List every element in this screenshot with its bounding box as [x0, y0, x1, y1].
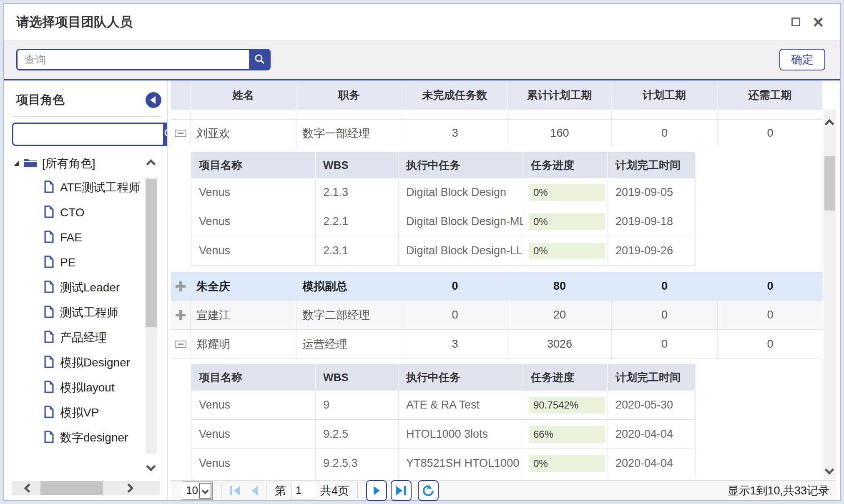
tree-item-role[interactable]: 模拟Designer — [12, 350, 161, 375]
sidebar-title: 项目角色 — [12, 92, 65, 108]
next-icon — [374, 486, 380, 495]
next-page-button[interactable] — [366, 480, 387, 501]
progress-bar: 0% — [529, 455, 605, 472]
page-label-suffix: 共4页 — [320, 483, 349, 498]
role-tree: [所有角色] ATE测试工程师 CTO FAE PE — [12, 152, 161, 450]
last-page-button[interactable] — [391, 480, 412, 501]
table-row-selected[interactable]: 朱全庆 模拟副总 0 80 0 0 — [171, 272, 823, 301]
file-icon — [44, 381, 54, 395]
dialog-titlebar: 请选择项目团队人员 × — [4, 4, 840, 40]
header-position: 职务 — [296, 80, 402, 110]
tree-vertical-scrollbar[interactable] — [146, 160, 157, 471]
task-row: Venus 2.2.1 Digital Block Design-ML 0% 2… — [191, 207, 695, 236]
scroll-up-icon[interactable] — [825, 119, 834, 129]
tree-item-role[interactable]: 模拟VP — [12, 400, 161, 425]
dropdown-arrow[interactable] — [199, 483, 211, 499]
file-icon — [44, 406, 54, 420]
maximize-icon[interactable] — [791, 18, 800, 26]
task-row: Venus 2.1.3 Digital Block Design 0% 2019… — [191, 178, 695, 207]
divider — [12, 116, 161, 117]
header-unfinished: 未完成任务数 — [402, 80, 508, 110]
tree-item-role[interactable]: 测试Leader — [12, 275, 161, 300]
expand-row-icon[interactable] — [176, 310, 186, 320]
folder-icon — [24, 158, 37, 169]
header-name: 姓名 — [191, 80, 296, 110]
record-count-status: 显示1到10,共33记录 — [727, 483, 829, 498]
first-page-button[interactable] — [230, 486, 240, 495]
progress-bar: 0% — [529, 243, 605, 259]
search-box — [16, 49, 271, 70]
table-row[interactable]: 郑耀明 运营经理 3 3026 0 0 — [171, 330, 823, 359]
file-icon — [44, 256, 54, 270]
file-icon — [44, 281, 54, 295]
table-row-partial — [171, 110, 823, 120]
search-input[interactable] — [16, 49, 249, 70]
last-icon — [396, 486, 402, 495]
file-icon — [44, 206, 54, 220]
confirm-button[interactable]: 确定 — [779, 49, 825, 70]
tree-item-role[interactable]: ATE测试工程师 — [12, 175, 161, 200]
tree-node-all-roles[interactable]: [所有角色] — [12, 152, 161, 175]
page-number-input[interactable] — [291, 482, 315, 499]
role-search-button[interactable] — [163, 123, 168, 146]
file-icon — [44, 356, 54, 370]
toolbar: 确定 — [4, 40, 840, 80]
search-icon — [254, 53, 266, 67]
file-icon — [44, 231, 54, 245]
subtable-header: 项目名称 WBS 执行中任务 任务进度 计划完工时间 — [191, 152, 695, 178]
file-icon — [44, 331, 54, 345]
search-icon — [163, 128, 168, 141]
task-subtable: 项目名称 WBS 执行中任务 任务进度 计划完工时间 Venus 2.1.3 D… — [191, 152, 695, 266]
refresh-button[interactable] — [418, 480, 439, 501]
scroll-down-icon[interactable] — [146, 462, 156, 471]
scroll-right-icon[interactable] — [124, 484, 134, 493]
expand-row-icon[interactable] — [176, 281, 186, 291]
page-size-value: 10 — [182, 484, 198, 497]
close-icon[interactable]: × — [813, 18, 824, 26]
dialog-title: 请选择项目团队人员 — [16, 13, 133, 31]
scroll-down-icon[interactable] — [825, 465, 834, 475]
scrollbar-thumb[interactable] — [40, 481, 103, 495]
tree-item-role[interactable]: 测试工程师 — [12, 300, 161, 325]
page-size-select[interactable]: 10 — [182, 481, 213, 500]
header-planned: 计划工期 — [612, 80, 718, 110]
table-row[interactable]: 宣建江 数字二部经理 0 20 0 0 — [171, 301, 823, 330]
member-grid-panel: 姓名 职务 未完成任务数 累计计划工期 计划工期 还需工期 刘亚欢 — [168, 80, 840, 500]
grid-header: 姓名 职务 未完成任务数 累计计划工期 计划工期 还需工期 — [171, 80, 823, 110]
role-search-input[interactable] — [12, 123, 163, 146]
collapse-row-icon[interactable] — [175, 341, 186, 348]
tree-item-role[interactable]: 产品经理 — [12, 325, 161, 350]
task-row: Venus 9.2.5.3 YT8521SH HTOL1000 3rd 0% 2… — [191, 449, 695, 478]
table-row[interactable]: 刘亚欢 数字一部经理 3 160 0 0 — [171, 120, 823, 147]
tree-item-role[interactable]: CTO — [12, 200, 161, 225]
grid-body: 刘亚欢 数字一部经理 3 160 0 0 项目名称 WBS 执行中任务 任务进度 — [171, 110, 823, 480]
progress-bar: 66% — [529, 426, 605, 443]
tree-item-role[interactable]: 模拟layout — [12, 375, 161, 400]
progress-bar: 0% — [529, 184, 605, 201]
task-subtable: 项目名称 WBS 执行中任务 任务进度 计划完工时间 Venus 9 ATE &… — [191, 364, 695, 478]
scrollbar-thumb[interactable] — [824, 156, 835, 211]
header-expand-column — [171, 80, 191, 110]
search-button[interactable] — [249, 49, 271, 70]
tree-expanded-icon[interactable] — [14, 161, 19, 166]
scrollbar-thumb[interactable] — [146, 179, 157, 327]
tree-horizontal-scrollbar[interactable] — [12, 481, 160, 495]
scroll-up-icon[interactable] — [146, 159, 156, 169]
refresh-icon — [421, 483, 436, 498]
grid-vertical-scrollbar[interactable] — [824, 110, 836, 479]
tree-item-role[interactable]: PE — [12, 250, 161, 275]
task-row: Venus 9.2.5 HTOL1000 3lots 66% 2020-04-0… — [191, 420, 695, 449]
file-icon — [44, 181, 54, 195]
scroll-left-icon[interactable] — [24, 484, 34, 493]
tree-item-role[interactable]: FAE — [12, 225, 161, 250]
chevron-down-icon — [202, 487, 209, 494]
tree-item-role[interactable]: 数字designer — [12, 425, 161, 450]
file-icon — [44, 431, 54, 445]
page-label-prefix: 第 — [275, 483, 286, 498]
collapse-row-icon[interactable] — [175, 130, 186, 137]
collapse-panel-button[interactable] — [146, 92, 161, 108]
prev-page-button[interactable] — [251, 486, 258, 495]
pagination-bar: 10 第 共4页 显示1到10,共33记录 — [171, 480, 836, 500]
file-icon — [44, 306, 54, 320]
progress-bar: 90.7542% — [529, 397, 605, 414]
